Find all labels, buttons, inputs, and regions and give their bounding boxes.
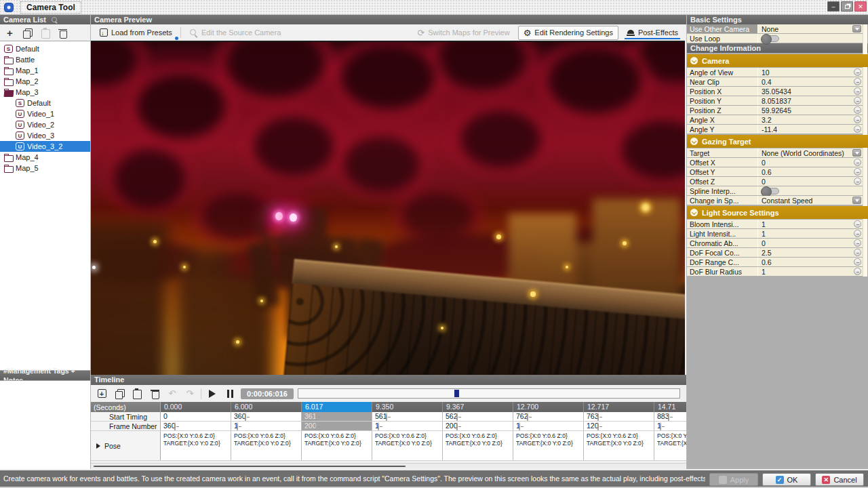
start-timing-row-cell[interactable]: 562 [443,412,513,421]
start-timing-row-cell[interactable]: 763 [584,412,654,421]
remove-keyframe-icon[interactable] [315,413,317,421]
edit-rendering-settings-button[interactable]: Edit Rendering Settings [518,26,618,40]
dropdown-arrow-icon[interactable] [852,149,861,157]
section-header-light-source-settings[interactable]: Light Source Settings [687,206,868,219]
remove-setting-icon[interactable] [854,116,861,123]
edit-source-camera-button[interactable]: Edit the Source Camera [184,26,286,39]
pose-cell[interactable]: POS:{X:0 Y:0.6 Z:0} TARGET:{X:0 Y:0 Z:0} [302,431,372,460]
ok-button[interactable]: ✓ OK [762,473,811,486]
pose-cell[interactable]: POS:{X:0 Y:0.6 Z:0} TARGET:{X:0 Y:0 Z:0} [443,431,513,460]
remove-keyframe-icon[interactable] [456,422,458,430]
apply-button[interactable]: Apply [709,473,758,486]
pause-button[interactable] [223,387,237,400]
start-timing-row-cell[interactable]: 361 [302,412,372,421]
tree-item-video-2[interactable]: Video_2 [0,119,90,130]
frame-number-row-cell[interactable]: 1 [372,422,443,430]
timeline-horizontal-scrollbar[interactable] [91,463,686,468]
add-camera-button[interactable]: + [3,26,17,39]
remove-setting-icon[interactable] [854,239,861,247]
timeline-column-header[interactable]: 9.367 [443,402,513,412]
section-header-gazing-target[interactable]: Gazing Target [687,135,868,148]
switch-maps-button[interactable]: Switch Maps for Preview [412,26,515,40]
toggle-switch[interactable] [762,188,779,195]
copy-camera-button[interactable] [20,26,35,39]
remove-setting-icon[interactable] [854,220,861,228]
tree-item-map-5[interactable]: Map_5 [0,163,90,174]
remove-setting-icon[interactable] [854,168,861,176]
remove-setting-icon[interactable] [854,106,861,114]
frame-number-row-cell[interactable]: 1 [513,422,584,430]
frame-number-row-cell[interactable]: 120 [584,422,654,430]
remove-keyframe-icon[interactable] [519,422,520,430]
remove-setting-icon[interactable] [854,68,861,76]
pose-cell[interactable]: POS:{X:0 Y:0.6 Z:0} TARGET:{X:0 Y:0 Z:0} [584,431,654,460]
restore-button[interactable] [841,1,853,12]
remove-setting-icon[interactable] [854,159,861,166]
tree-item-map-3[interactable]: Map_3 [0,87,90,98]
remove-setting-icon[interactable] [854,230,861,237]
timeline-column-header[interactable]: 6.000 [231,402,302,412]
remove-keyframe-icon[interactable] [315,422,317,430]
play-button[interactable] [205,387,219,400]
paste-keyframe-button[interactable] [130,387,144,400]
pose-cell[interactable]: POS:{X:0 Y:0.6 Z:0} TARGET:{X:0 Y:0 Z:0} [161,431,231,460]
load-from-presets-button[interactable]: Load from Presets [94,26,178,39]
start-timing-row-cell[interactable]: 360 [231,412,302,421]
start-timing-row-cell[interactable]: 0 [161,412,231,421]
timeline-column-header[interactable]: 0.000 [161,402,231,412]
tree-item-map-4[interactable]: Map_4 [0,152,90,163]
minimize-button[interactable]: – [827,1,840,12]
frame-number-row-cell[interactable]: 200 [443,422,513,430]
timeline-scrubber[interactable] [298,388,680,399]
paste-camera-button[interactable] [38,26,52,39]
copy-keyframe-button[interactable] [113,387,126,400]
remove-keyframe-icon[interactable] [245,413,246,421]
dropdown-arrow-icon[interactable] [852,25,861,33]
remove-keyframe-icon[interactable] [668,413,669,421]
remove-setting-icon[interactable] [854,125,861,133]
delete-keyframe-button[interactable] [148,387,161,400]
undo-button[interactable] [165,387,179,400]
remove-setting-icon[interactable] [854,78,861,85]
frame-number-row-cell[interactable]: 200 [302,422,372,430]
remove-setting-icon[interactable] [854,97,861,104]
remove-keyframe-icon[interactable] [597,413,599,421]
search-icon[interactable] [52,17,58,23]
tree-item-default[interactable]: Default [0,43,90,54]
timeline-column-header[interactable]: 9.350 [372,402,443,412]
delete-camera-button[interactable] [56,26,70,39]
tree-item-battle[interactable]: Battle [0,54,90,65]
remove-setting-icon[interactable] [854,249,861,256]
redo-button[interactable] [183,387,197,400]
pose-cell[interactable]: POS:{X:0 Y:0.6 Z:0} TARGET:{X:0 Y:0 Z:0} [372,431,443,460]
expand-icon[interactable] [96,443,100,449]
tree-item-default[interactable]: Default [0,98,90,108]
post-effects-button[interactable]: Post-Effects [621,26,684,39]
remove-setting-icon[interactable] [854,178,861,185]
toggle-switch[interactable] [762,35,779,42]
start-timing-row-cell[interactable]: 762 [513,412,584,421]
timeline-column-header[interactable]: 14.71 [654,402,686,412]
timeline-column-header[interactable]: 6.017 [302,402,372,412]
add-keyframe-button[interactable] [95,387,108,400]
section-header-camera[interactable]: Camera [687,54,868,67]
tree-item-map-2[interactable]: Map_2 [0,76,90,87]
remove-setting-icon[interactable] [854,258,861,266]
remove-keyframe-icon[interactable] [456,413,458,421]
tree-item-video-3[interactable]: Video_3 [0,130,90,141]
scrubber-thumb[interactable] [454,390,459,397]
frame-number-row-cell[interactable]: 1 [231,422,302,430]
pose-cell[interactable]: POS:{X:0 Y:0.6 Z:0} TARGET:{X:0 Y:0 Z:0} [231,431,302,460]
scrollbar-thumb[interactable] [94,466,406,468]
timeline-column-header[interactable]: 12.700 [513,402,584,412]
start-timing-row-cell[interactable]: 883 [654,412,686,421]
remove-keyframe-icon[interactable] [237,422,238,430]
remove-keyframe-icon[interactable] [378,422,379,430]
start-timing-row-cell[interactable]: 561 [372,412,443,421]
remove-keyframe-icon[interactable] [386,413,387,421]
pose-row-label[interactable]: Pose [91,431,161,460]
pose-cell[interactable]: POS:{X:0 Y:0.6 Z:0} TARGET:{X:0 Y:0 Z:0} [513,431,584,460]
remove-keyframe-icon[interactable] [174,422,176,430]
timeline-column-header[interactable]: 12.717 [584,402,654,412]
frame-number-row-cell[interactable]: 1 [654,422,686,430]
